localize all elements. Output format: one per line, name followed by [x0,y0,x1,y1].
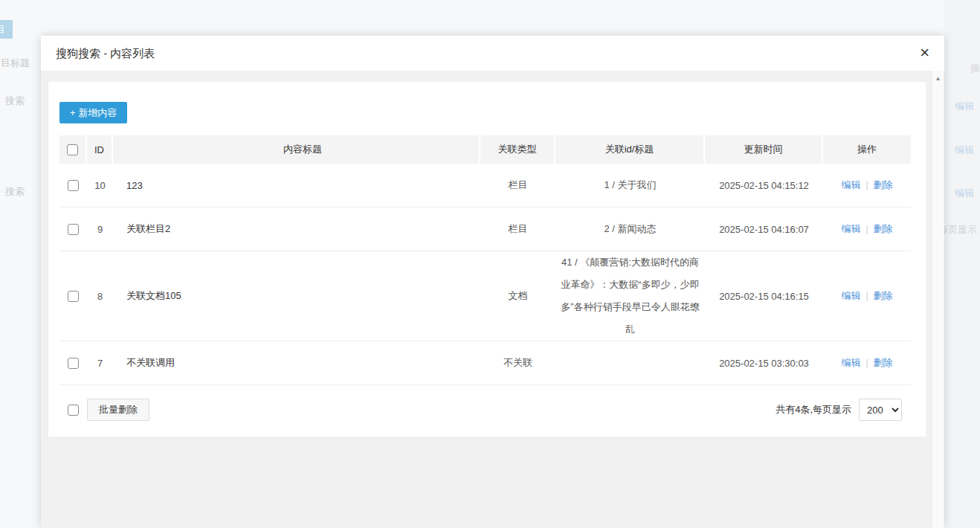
row-updated: 2025-02-15 04:15:12 [705,180,823,191]
action-separator: | [865,358,868,368]
row-title: 不关联调用 [113,356,480,370]
background-sidebar-item-active[interactable]: 目 [0,20,13,39]
dialog-header: 搜狗搜索 - 内容列表 × [41,36,944,71]
row-checkbox[interactable] [68,358,79,369]
action-separator: | [865,180,868,190]
delete-link[interactable]: 删除 [874,178,893,192]
row-actions-cell: 编辑 | 删除 [823,289,911,303]
batch-delete-button[interactable]: 批量删除 [87,399,149,421]
row-assoc-target: 1 / 关于我们 [555,174,705,196]
table-header-actions: 操作 [823,135,911,164]
edit-link[interactable]: 编辑 [841,289,860,303]
row-actions-cell: 编辑 | 删除 [823,222,911,236]
select-all-checkbox[interactable] [67,144,78,155]
row-actions-cell: 编辑 | 删除 [823,356,911,370]
action-separator: | [865,224,868,234]
row-assoc-target: 41 / 《颠覆营销:大数据时代的商业革命》：大数据“多即少，少即多”各种行销手… [555,251,705,341]
row-updated: 2025-02-15 04:16:15 [705,291,823,302]
table-header-assoc-target: 关联id/标题 [555,135,705,164]
background-sidebar-item-column-title[interactable]: 目标题 [1,57,30,70]
row-title: 关联文档105 [113,289,480,303]
row-updated: 2025-02-15 04:16:07 [705,224,823,235]
row-checkbox-cell [59,180,87,191]
row-title: 123 [113,180,480,191]
table-header-checkbox-cell [59,135,87,164]
background-page-right-area [944,0,980,528]
row-assoc-type: 栏目 [480,222,555,236]
table-header-assoc-type: 关联类型 [480,135,555,164]
dialog-title: 搜狗搜索 - 内容列表 [56,36,155,71]
scrollbar[interactable]: ▲ [932,71,944,528]
background-sidebar-item-label: 目 [0,20,5,39]
table-row: 7 不关联调用 不关联 2025-02-15 03:30:03 编辑 | 删除 [59,341,911,385]
table-footer: 批量删除 共有4条,每页显示 200 [59,385,911,431]
table-header-id: ID [87,135,113,164]
row-actions-cell: 编辑 | 删除 [823,178,911,192]
row-assoc-type: 文档 [480,289,555,303]
content-table: ID 内容标题 关联类型 关联id/标题 更新时间 操作 10 123 栏目 1… [59,135,911,431]
background-edit-link-3[interactable]: 编辑 [955,187,974,200]
table-row: 8 关联文档105 文档 41 / 《颠覆营销:大数据时代的商业革命》：大数据“… [59,251,911,341]
row-checkbox[interactable] [68,224,79,235]
row-title: 关联栏目2 [113,222,480,236]
table-header-row: ID 内容标题 关联类型 关联id/标题 更新时间 操作 [59,135,911,164]
background-actions-column-header: 操 [970,62,980,75]
background-edit-link-2[interactable]: 编辑 [955,144,974,157]
add-content-button[interactable]: + 新增内容 [59,102,127,123]
delete-link[interactable]: 删除 [874,356,893,370]
footer-select-all-checkbox[interactable] [68,405,79,416]
edit-link[interactable]: 编辑 [841,222,860,236]
action-separator: | [865,291,868,301]
delete-link[interactable]: 删除 [874,289,893,303]
edit-link[interactable]: 编辑 [841,178,860,192]
scroll-up-arrow-icon[interactable]: ▲ [932,75,944,82]
row-checkbox[interactable] [68,291,79,302]
row-assoc-type: 不关联 [480,356,555,370]
row-checkbox-cell [59,358,87,369]
background-sidebar-item-search-1[interactable]: 搜索 [5,94,25,108]
background-sidebar-item-search-2[interactable]: 搜索 [5,185,25,199]
row-checkbox[interactable] [68,180,79,191]
background-edit-link-1[interactable]: 编辑 [955,100,974,113]
content-panel: + 新增内容 ID 内容标题 关联类型 关联id/标题 更新时间 操作 10 1… [48,82,926,437]
close-icon[interactable]: × [920,43,929,62]
row-assoc-type: 栏目 [480,178,555,192]
record-count-summary: 共有4条,每页显示 [776,403,851,416]
dialog-sogou-content-list: 搜狗搜索 - 内容列表 × ▲ + 新增内容 ID 内容标题 关联类型 关联id… [41,36,944,528]
row-id: 9 [87,224,113,235]
table-header-title: 内容标题 [113,135,480,164]
row-updated: 2025-02-15 03:30:03 [705,358,823,369]
row-id: 10 [87,180,113,191]
row-id: 8 [87,291,113,302]
table-header-updated: 更新时间 [705,135,823,164]
row-id: 7 [87,358,113,369]
delete-link[interactable]: 删除 [874,222,893,236]
row-assoc-target: 2 / 新闻动态 [555,218,705,240]
footer-checkbox-cell [59,405,87,416]
row-checkbox-cell [59,224,87,235]
row-checkbox-cell [59,291,87,302]
table-row: 10 123 栏目 1 / 关于我们 2025-02-15 04:15:12 编… [59,164,911,207]
page-size-select[interactable]: 200 [859,399,902,421]
table-row: 9 关联栏目2 栏目 2 / 新闻动态 2025-02-15 04:16:07 … [59,207,911,251]
edit-link[interactable]: 编辑 [841,356,860,370]
